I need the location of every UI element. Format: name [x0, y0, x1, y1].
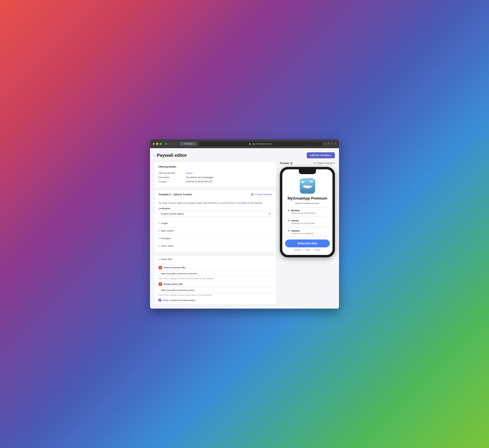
offering-details-title: Offering Details: [158, 165, 272, 168]
forward-nav-button[interactable]: ›: [174, 142, 177, 146]
back-nav-button[interactable]: ‹: [170, 142, 173, 146]
monthly-package[interactable]: Monthly Full Access for just $4.99/mo: [285, 207, 330, 216]
variables-link[interactable]: variables: [168, 202, 176, 204]
offering-identifier-label: Offering Identifier: [158, 171, 186, 175]
footer-links-label: Footer links: [161, 258, 172, 260]
privacy-input[interactable]: [158, 287, 272, 293]
offering-identifier-value[interactable]: default: [186, 172, 193, 174]
phone-screen: MyGreatApp Premium Unlock Premium Access…: [282, 169, 333, 255]
annual-package-header: Annual: [288, 219, 327, 222]
annual-package[interactable]: Annual Full Access for just $39.99/yr: [285, 217, 330, 226]
preview-header: Preview i 👁 Display Settings ▾: [280, 162, 335, 165]
info-icon[interactable]: i: [290, 162, 293, 165]
field-number-2: 2: [158, 282, 162, 286]
phone-footer-links: Restore • Terms • Privacy: [294, 249, 320, 251]
sdk-compatibility-link[interactable]: SDK compatibility: [230, 202, 247, 204]
images-section[interactable]: ▾ Images: [158, 220, 272, 227]
preview-title-text: Preview: [280, 162, 289, 165]
phone-mockup: MyGreatApp Premium Unlock Premium Access…: [280, 167, 335, 257]
new-tab-icon[interactable]: ＋: [334, 142, 336, 146]
field-number-1: 1: [158, 266, 162, 270]
back-arrow[interactable]: ‹: [154, 154, 155, 157]
preview-panel: Preview i 👁 Display Settings ▾: [280, 162, 335, 257]
packages-label: Packages: [161, 237, 171, 240]
page-title-area: ‹ Paywall editor: [154, 153, 187, 158]
footer-dot-1: •: [303, 249, 303, 251]
display-settings-button[interactable]: 👁 Display Settings ▾: [314, 162, 335, 164]
svg-point-2: [309, 181, 313, 182]
chevron-up-icon: ▴: [158, 258, 159, 260]
eye-icon: 👁: [314, 162, 316, 164]
page-content: ‹ Paywall editor CREATE PAYWALL Offering…: [150, 148, 339, 309]
profile-pill[interactable]: 👤 Personal ⌄: [179, 142, 197, 146]
table-row: Created 2024-02-22 06:50 PM UTC: [158, 180, 272, 184]
chevron-down-icon: ▾: [334, 162, 335, 164]
lifetime-name: Lifetime: [291, 230, 300, 232]
localization-field-group: Localization English (United States) ▾: [158, 207, 272, 217]
create-paywall-button[interactable]: CREATE PAYWALL: [307, 152, 335, 158]
restore-purchases-label: Show a restore purchases button: [163, 299, 195, 301]
preview-title-area: Preview i: [280, 162, 293, 165]
svg-rect-7: [307, 188, 309, 188]
localization-select[interactable]: English (United States): [158, 211, 272, 217]
monthly-package-header: Monthly: [288, 209, 327, 212]
footer-dot-2: •: [312, 249, 313, 251]
share-icon[interactable]: ⤴: [331, 142, 332, 145]
refresh-icon[interactable]: ↺: [327, 142, 329, 145]
footer-links-content: 1 Terms of service URL Add a URL to disp…: [158, 263, 272, 304]
lifetime-package[interactable]: Lifetime Full Access for just $99.99: [285, 228, 330, 236]
packages-section[interactable]: ▾ Packages: [158, 235, 272, 242]
close-button[interactable]: [153, 143, 155, 145]
subscribe-now-button[interactable]: Subscribe Now: [285, 240, 330, 247]
restore-link[interactable]: Restore: [294, 249, 301, 251]
page-header: ‹ Paywall editor CREATE PAYWALL: [154, 152, 335, 158]
call-to-action-label: Call to action: [161, 245, 174, 247]
description-label: Description: [158, 175, 186, 180]
sidebar-toggle-button[interactable]: ⊞: [164, 142, 168, 146]
privacy-hint: Add a URL to display a privacy policy bu…: [158, 294, 272, 296]
chevron-right-icon: ▾: [158, 245, 159, 247]
privacy-label-text: Privacy policy URL: [163, 283, 183, 285]
monthly-desc: Full Access for just $4.99/mo: [288, 212, 327, 214]
call-to-action-section[interactable]: ▾ Call to action: [158, 242, 272, 250]
localization-select-wrapper: English (United States) ▾: [158, 211, 272, 217]
change-template-label: Change Template: [255, 193, 272, 196]
profile-name: Personal: [184, 142, 192, 145]
restore-purchases-checkbox[interactable]: [158, 299, 161, 301]
main-content-section[interactable]: ▾ Main content: [158, 227, 272, 235]
svg-point-1: [301, 181, 305, 183]
terms-input[interactable]: [158, 271, 272, 277]
images-label: Images: [161, 222, 168, 224]
browser-chrome: ⊞ ‹ › 👤 Personal ⌄ 🔒 app.revenuecat.com …: [150, 139, 339, 148]
svg-point-6: [310, 186, 312, 187]
change-template-button[interactable]: 🔄 Change Template: [251, 193, 272, 196]
footer-links-card: ▴ Footer links 1 Terms of service URL Ad…: [154, 255, 277, 305]
terms-field-group: 1 Terms of service URL Add a URL to disp…: [158, 266, 272, 280]
chevron-right-icon: ▾: [158, 237, 159, 240]
chevron-right-icon: ▾: [158, 222, 159, 224]
left-panel: Offering Details Offering Identifier def…: [154, 162, 277, 305]
browser-actions: ⎋ ↺ ⤴ ＋: [324, 142, 336, 146]
template-card: Template 2 – Sphynx Content 🔄 Change Tem…: [154, 190, 277, 253]
terms-field-label: 1 Terms of service URL: [158, 266, 272, 270]
template-header: Template 2 – Sphynx Content 🔄 Change Tem…: [154, 190, 276, 199]
phone-notch: [299, 169, 316, 174]
refresh-template-icon: 🔄: [251, 193, 254, 196]
footer-links-header[interactable]: ▴ Footer links: [158, 256, 272, 263]
traffic-lights: [153, 143, 162, 145]
lifetime-desc: Full Access for just $99.99: [288, 232, 327, 234]
localization-label: Localization: [158, 207, 272, 210]
airplane-illustration: [301, 179, 314, 193]
minimize-button[interactable]: [156, 143, 158, 145]
chevron-down-icon: ⌄: [193, 142, 195, 145]
cast-icon[interactable]: ⎋: [324, 142, 326, 145]
terms-link[interactable]: Terms: [305, 249, 310, 251]
page-title: Paywall editor: [157, 153, 187, 158]
address-bar[interactable]: 🔒 app.revenuecat.com: [199, 141, 322, 146]
created-label: Created: [158, 180, 186, 184]
privacy-link[interactable]: Privacy: [314, 249, 320, 251]
display-settings-label: Display Settings: [317, 162, 333, 164]
maximize-button[interactable]: [160, 143, 162, 145]
template-body: Try using variables within your template…: [154, 199, 276, 253]
lifetime-radio-icon: [288, 230, 290, 232]
